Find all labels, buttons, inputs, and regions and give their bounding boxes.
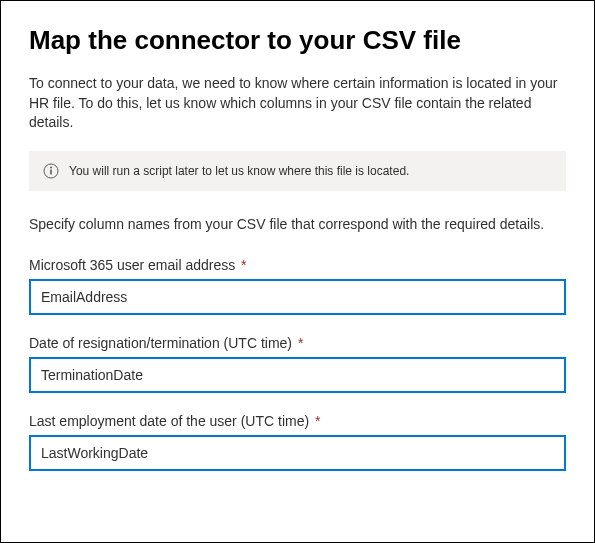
page-title: Map the connector to your CSV file bbox=[29, 25, 566, 56]
required-mark: * bbox=[315, 413, 320, 429]
email-field-group: Microsoft 365 user email address * bbox=[29, 257, 566, 315]
termination-field-label: Date of resignation/termination (UTC tim… bbox=[29, 335, 566, 351]
termination-field[interactable] bbox=[29, 357, 566, 393]
termination-field-group: Date of resignation/termination (UTC tim… bbox=[29, 335, 566, 393]
email-field-label: Microsoft 365 user email address * bbox=[29, 257, 566, 273]
info-banner-text: You will run a script later to let us kn… bbox=[69, 164, 409, 178]
lastworking-field-group: Last employment date of the user (UTC ti… bbox=[29, 413, 566, 471]
instructions-text: Specify column names from your CSV file … bbox=[29, 215, 566, 235]
termination-label-text: Date of resignation/termination (UTC tim… bbox=[29, 335, 292, 351]
form-panel: Map the connector to your CSV file To co… bbox=[0, 0, 595, 543]
intro-text: To connect to your data, we need to know… bbox=[29, 74, 566, 133]
svg-rect-2 bbox=[50, 169, 52, 174]
email-label-text: Microsoft 365 user email address bbox=[29, 257, 235, 273]
svg-point-1 bbox=[50, 166, 52, 168]
lastworking-label-text: Last employment date of the user (UTC ti… bbox=[29, 413, 309, 429]
info-banner: You will run a script later to let us kn… bbox=[29, 151, 566, 191]
required-mark: * bbox=[241, 257, 246, 273]
info-icon bbox=[43, 163, 59, 179]
required-mark: * bbox=[298, 335, 303, 351]
lastworking-field[interactable] bbox=[29, 435, 566, 471]
email-field[interactable] bbox=[29, 279, 566, 315]
lastworking-field-label: Last employment date of the user (UTC ti… bbox=[29, 413, 566, 429]
